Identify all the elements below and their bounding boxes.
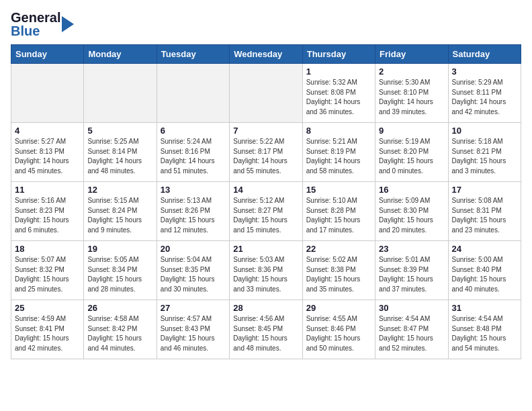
day-info: Sunrise: 5:24 AM Sunset: 8:16 PM Dayligh… [161, 137, 226, 176]
day-number: 23 [379, 244, 444, 254]
column-header-thursday: Thursday [302, 45, 375, 64]
day-info: Sunrise: 5:12 AM Sunset: 8:27 PM Dayligh… [233, 196, 298, 235]
day-info: Sunrise: 5:05 AM Sunset: 8:34 PM Dayligh… [87, 255, 152, 294]
calendar-cell: 6Sunrise: 5:24 AM Sunset: 8:16 PM Daylig… [157, 123, 229, 182]
column-header-sunday: Sunday [11, 45, 84, 64]
calendar-cell [157, 64, 229, 123]
calendar-cell [11, 64, 84, 123]
day-number: 25 [15, 303, 80, 313]
day-number: 1 [306, 66, 371, 77]
calendar-cell: 2Sunrise: 5:30 AM Sunset: 8:10 PM Daylig… [375, 64, 448, 123]
day-info: Sunrise: 5:09 AM Sunset: 8:30 PM Dayligh… [379, 196, 444, 235]
day-number: 6 [161, 126, 226, 136]
calendar-table: SundayMondayTuesdayWednesdayThursdayFrid… [11, 44, 521, 359]
day-number: 15 [306, 185, 371, 195]
day-info: Sunrise: 5:03 AM Sunset: 8:36 PM Dayligh… [233, 255, 298, 294]
day-info: Sunrise: 5:25 AM Sunset: 8:14 PM Dayligh… [87, 137, 152, 176]
calendar-cell: 24Sunrise: 5:00 AM Sunset: 8:40 PM Dayli… [448, 241, 521, 300]
day-info: Sunrise: 5:27 AM Sunset: 8:13 PM Dayligh… [15, 137, 80, 176]
calendar-cell: 16Sunrise: 5:09 AM Sunset: 8:30 PM Dayli… [375, 182, 448, 241]
calendar-cell: 13Sunrise: 5:13 AM Sunset: 8:26 PM Dayli… [157, 182, 229, 241]
day-info: Sunrise: 5:18 AM Sunset: 8:21 PM Dayligh… [452, 137, 517, 176]
calendar-cell: 25Sunrise: 4:59 AM Sunset: 8:41 PM Dayli… [11, 300, 84, 359]
calendar-cell: 3Sunrise: 5:29 AM Sunset: 8:11 PM Daylig… [448, 64, 521, 123]
day-number: 14 [233, 185, 298, 195]
calendar-cell: 11Sunrise: 5:16 AM Sunset: 8:23 PM Dayli… [11, 182, 84, 241]
day-info: Sunrise: 5:02 AM Sunset: 8:38 PM Dayligh… [306, 255, 371, 294]
day-info: Sunrise: 5:01 AM Sunset: 8:39 PM Dayligh… [379, 255, 444, 294]
day-number: 28 [233, 303, 298, 313]
calendar-cell: 30Sunrise: 4:54 AM Sunset: 8:47 PM Dayli… [375, 300, 448, 359]
day-number: 7 [233, 126, 298, 136]
day-info: Sunrise: 5:04 AM Sunset: 8:35 PM Dayligh… [161, 255, 226, 294]
calendar-cell: 19Sunrise: 5:05 AM Sunset: 8:34 PM Dayli… [84, 241, 157, 300]
day-info: Sunrise: 4:59 AM Sunset: 8:41 PM Dayligh… [15, 314, 80, 353]
calendar-cell: 20Sunrise: 5:04 AM Sunset: 8:35 PM Dayli… [157, 241, 229, 300]
calendar-cell: 1Sunrise: 5:32 AM Sunset: 8:08 PM Daylig… [302, 64, 375, 123]
day-info: Sunrise: 5:13 AM Sunset: 8:26 PM Dayligh… [161, 196, 226, 235]
calendar-cell: 28Sunrise: 4:56 AM Sunset: 8:45 PM Dayli… [230, 300, 302, 359]
day-info: Sunrise: 5:08 AM Sunset: 8:31 PM Dayligh… [452, 196, 517, 235]
day-number: 11 [15, 185, 80, 195]
calendar-cell: 8Sunrise: 5:21 AM Sunset: 8:19 PM Daylig… [302, 123, 375, 182]
day-info: Sunrise: 4:57 AM Sunset: 8:43 PM Dayligh… [161, 314, 226, 353]
column-header-wednesday: Wednesday [230, 45, 302, 64]
calendar-cell: 14Sunrise: 5:12 AM Sunset: 8:27 PM Dayli… [230, 182, 302, 241]
day-info: Sunrise: 4:56 AM Sunset: 8:45 PM Dayligh… [233, 314, 298, 353]
day-info: Sunrise: 4:54 AM Sunset: 8:48 PM Dayligh… [452, 314, 517, 353]
column-header-friday: Friday [375, 45, 448, 64]
column-header-monday: Monday [84, 45, 157, 64]
day-number: 26 [87, 303, 152, 313]
calendar-cell: 10Sunrise: 5:18 AM Sunset: 8:21 PM Dayli… [448, 123, 521, 182]
calendar-cell: 17Sunrise: 5:08 AM Sunset: 8:31 PM Dayli… [448, 182, 521, 241]
day-info: Sunrise: 4:58 AM Sunset: 8:42 PM Dayligh… [87, 314, 152, 353]
calendar-week-4: 18Sunrise: 5:07 AM Sunset: 8:32 PM Dayli… [11, 241, 521, 300]
calendar-week-2: 4Sunrise: 5:27 AM Sunset: 8:13 PM Daylig… [11, 123, 521, 182]
calendar-cell: 21Sunrise: 5:03 AM Sunset: 8:36 PM Dayli… [230, 241, 302, 300]
day-info: Sunrise: 5:00 AM Sunset: 8:40 PM Dayligh… [452, 255, 517, 294]
day-info: Sunrise: 5:19 AM Sunset: 8:20 PM Dayligh… [379, 137, 444, 176]
logo-arrow-icon [62, 11, 77, 38]
page-header: General Blue [11, 11, 521, 38]
day-number: 31 [452, 303, 517, 313]
day-number: 10 [452, 126, 517, 136]
day-number: 20 [161, 244, 226, 254]
day-number: 17 [452, 185, 517, 195]
svg-marker-0 [62, 16, 74, 32]
day-info: Sunrise: 5:15 AM Sunset: 8:24 PM Dayligh… [87, 196, 152, 235]
calendar-cell: 26Sunrise: 4:58 AM Sunset: 8:42 PM Dayli… [84, 300, 157, 359]
calendar-cell: 27Sunrise: 4:57 AM Sunset: 8:43 PM Dayli… [157, 300, 229, 359]
day-number: 27 [161, 303, 226, 313]
day-info: Sunrise: 5:07 AM Sunset: 8:32 PM Dayligh… [15, 255, 80, 294]
calendar-cell: 29Sunrise: 4:55 AM Sunset: 8:46 PM Dayli… [302, 300, 375, 359]
calendar-cell: 7Sunrise: 5:22 AM Sunset: 8:17 PM Daylig… [230, 123, 302, 182]
calendar-cell [84, 64, 157, 123]
day-info: Sunrise: 5:10 AM Sunset: 8:28 PM Dayligh… [306, 196, 371, 235]
logo-general: General [11, 11, 60, 24]
day-number: 18 [15, 244, 80, 254]
day-number: 4 [15, 126, 80, 136]
column-header-tuesday: Tuesday [157, 45, 229, 64]
calendar-cell: 31Sunrise: 4:54 AM Sunset: 8:48 PM Dayli… [448, 300, 521, 359]
calendar-cell: 9Sunrise: 5:19 AM Sunset: 8:20 PM Daylig… [375, 123, 448, 182]
logo-blue: Blue [11, 24, 60, 38]
day-info: Sunrise: 5:29 AM Sunset: 8:11 PM Dayligh… [452, 78, 517, 117]
day-number: 13 [161, 185, 226, 195]
calendar-cell: 4Sunrise: 5:27 AM Sunset: 8:13 PM Daylig… [11, 123, 84, 182]
day-number: 24 [452, 244, 517, 254]
logo: General Blue [11, 11, 77, 38]
day-number: 8 [306, 126, 371, 136]
day-number: 9 [379, 126, 444, 136]
calendar-week-3: 11Sunrise: 5:16 AM Sunset: 8:23 PM Dayli… [11, 182, 521, 241]
day-number: 21 [233, 244, 298, 254]
day-info: Sunrise: 5:22 AM Sunset: 8:17 PM Dayligh… [233, 137, 298, 176]
day-info: Sunrise: 5:30 AM Sunset: 8:10 PM Dayligh… [379, 78, 444, 117]
calendar-cell [230, 64, 302, 123]
calendar-cell: 5Sunrise: 5:25 AM Sunset: 8:14 PM Daylig… [84, 123, 157, 182]
calendar-cell: 18Sunrise: 5:07 AM Sunset: 8:32 PM Dayli… [11, 241, 84, 300]
day-number: 19 [87, 244, 152, 254]
day-number: 2 [379, 66, 444, 77]
day-number: 5 [87, 126, 152, 136]
day-info: Sunrise: 4:55 AM Sunset: 8:46 PM Dayligh… [306, 314, 371, 353]
column-header-saturday: Saturday [448, 45, 521, 64]
